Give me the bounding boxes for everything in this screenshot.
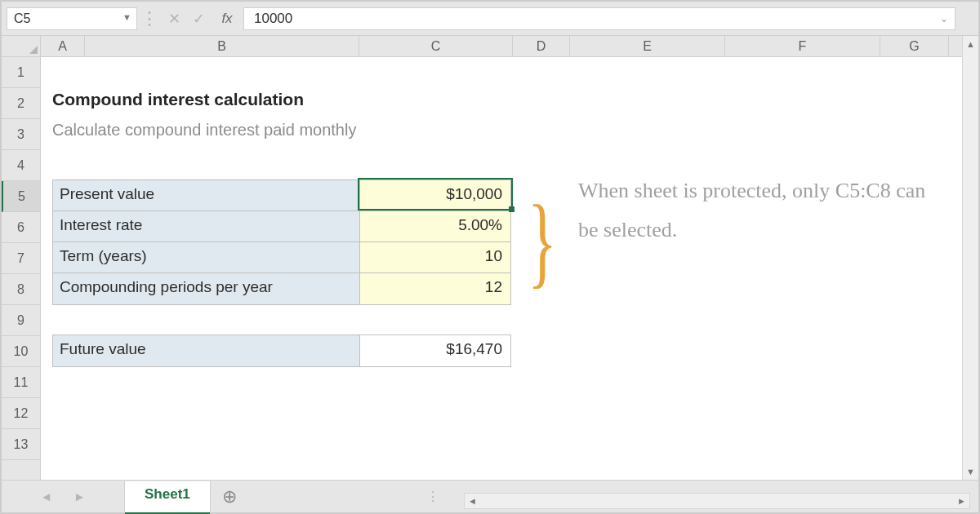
row-header[interactable]: 10	[2, 336, 40, 367]
grid-area: A B C D E F G 1 2 3 4 5 6 7 8 9	[2, 36, 978, 480]
cell-canvas[interactable]: Compound interest calculation Calculate …	[41, 57, 962, 480]
row-header[interactable]: 6	[2, 212, 40, 243]
separator-icon: ⋮	[137, 8, 162, 29]
col-header[interactable]: G	[880, 36, 949, 56]
input-label: Compounding periods per year	[53, 273, 360, 304]
output-value: $16,470	[360, 335, 510, 366]
add-sheet-button[interactable]: ⊕	[211, 481, 248, 512]
row-header[interactable]: 8	[2, 274, 40, 305]
fx-icon[interactable]: fx	[211, 11, 243, 27]
name-box-value: C5	[14, 11, 30, 26]
row-header[interactable]: 12	[2, 398, 40, 429]
col-header[interactable]: E	[570, 36, 725, 56]
input-label: Term (years)	[53, 242, 360, 273]
page-title: Compound interest calculation	[52, 90, 304, 109]
scroll-up-icon[interactable]: ▲	[966, 36, 975, 52]
app-frame: C5 ▼ ⋮ ✕ ✓ fx 10000 ⌄ A B C D E F G	[0, 0, 980, 514]
formula-input[interactable]: 10000 ⌄	[243, 7, 956, 30]
input-value[interactable]: 12	[360, 273, 510, 304]
brace-icon: }	[528, 178, 557, 304]
col-header[interactable]: B	[85, 36, 359, 56]
row-header[interactable]: 13	[2, 429, 40, 460]
input-value[interactable]: 5.00%	[360, 211, 510, 241]
col-header[interactable]: F	[725, 36, 880, 56]
annotation-text: When sheet is protected, only C5:C8 can …	[578, 171, 929, 250]
formula-value: 10000	[254, 11, 292, 27]
scroll-left-icon[interactable]: ◄	[468, 496, 477, 506]
column-headers: A B C D E F G	[2, 36, 962, 57]
vertical-scrollbar[interactable]: ▲ ▼	[962, 36, 978, 480]
input-value[interactable]: 10	[360, 242, 510, 273]
inputs-table: Present value $10,000 Interest rate 5.00…	[52, 179, 511, 305]
select-all-corner[interactable]	[2, 36, 41, 56]
scroll-right-icon[interactable]: ►	[957, 496, 966, 506]
col-header[interactable]: A	[41, 36, 85, 56]
output-table: Future value $16,470	[52, 335, 511, 367]
sheet-tab-active[interactable]: Sheet1	[124, 481, 211, 513]
row-header[interactable]: 1	[2, 57, 40, 88]
row-headers: 1 2 3 4 5 6 7 8 9 10 11 12 13	[2, 57, 41, 480]
expand-formula-icon[interactable]: ⌄	[940, 13, 948, 24]
cancel-icon[interactable]: ✕	[162, 10, 186, 28]
sheet-tabs-bar: ◄ ► Sheet1 ⊕ ⋮ ◄ ►	[2, 480, 978, 512]
col-header[interactable]: C	[359, 36, 513, 56]
name-box[interactable]: C5 ▼	[7, 7, 137, 30]
separator-icon: ⋮	[426, 489, 439, 504]
output-label: Future value	[53, 335, 360, 366]
chevron-down-icon[interactable]: ▼	[122, 12, 131, 22]
formula-bar: C5 ▼ ⋮ ✕ ✓ fx 10000 ⌄	[2, 2, 978, 36]
col-header[interactable]: D	[513, 36, 570, 56]
enter-icon[interactable]: ✓	[186, 10, 211, 28]
horizontal-scrollbar[interactable]: ◄ ►	[464, 493, 970, 509]
row-header[interactable]: 4	[2, 150, 40, 181]
row-header[interactable]: 9	[2, 305, 40, 336]
row-header[interactable]: 11	[2, 367, 40, 398]
input-label: Interest rate	[53, 211, 360, 241]
row-header[interactable]: 3	[2, 119, 40, 150]
page-subtitle: Calculate compound interest paid monthly	[52, 121, 356, 140]
tab-prev-icon[interactable]: ◄	[40, 490, 52, 503]
row-header[interactable]: 7	[2, 243, 40, 274]
input-value[interactable]: $10,000	[360, 180, 510, 210]
row-header[interactable]: 2	[2, 88, 40, 119]
input-label: Present value	[53, 180, 360, 210]
row-header-active[interactable]: 5	[2, 181, 40, 212]
worksheet[interactable]: A B C D E F G 1 2 3 4 5 6 7 8 9	[2, 36, 962, 480]
scroll-down-icon[interactable]: ▼	[966, 463, 975, 480]
tab-nav: ◄ ►	[2, 481, 124, 512]
tab-next-icon[interactable]: ►	[74, 490, 86, 503]
